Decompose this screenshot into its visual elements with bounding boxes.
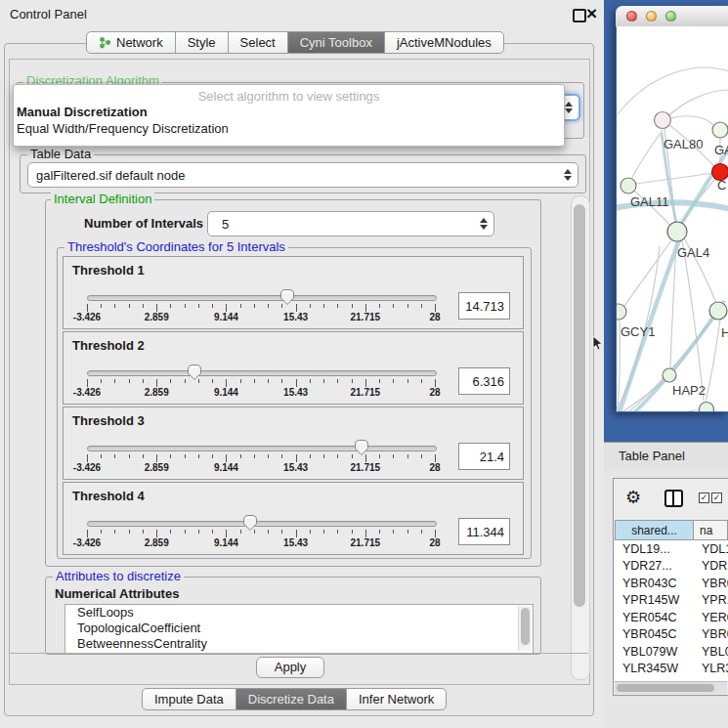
tick-mark <box>393 304 394 308</box>
cell-name[interactable]: YBL0 <box>694 645 728 659</box>
tab-network[interactable]: Network <box>86 31 176 54</box>
table-hscrollbar-thumb[interactable] <box>617 684 714 692</box>
slider-thumb[interactable] <box>242 514 258 532</box>
table-hscrollbar[interactable] <box>615 681 727 694</box>
tab-select[interactable]: Select <box>228 31 288 54</box>
cell-shared-name[interactable]: YBL079W <box>615 645 694 659</box>
network-edge[interactable] <box>670 116 713 125</box>
slider-thumb[interactable] <box>354 439 369 456</box>
numerical-attributes-list[interactable]: SelfLoopsTopologicalCoefficientBetweenne… <box>64 604 534 654</box>
tab-jactivemnodules[interactable]: jActiveMNodules <box>384 31 504 54</box>
scale-label: 9.144 <box>214 537 238 548</box>
split-column-icon[interactable] <box>664 490 683 507</box>
table-data-selected: galFiltered.sif default node <box>28 168 564 183</box>
list-scrollbar-thumb[interactable] <box>521 608 530 645</box>
panel-scrollbar[interactable] <box>571 195 590 680</box>
cell-shared-name[interactable]: YDL19... <box>615 542 694 556</box>
threshold-slider[interactable] <box>87 295 437 301</box>
column-header-shared-name[interactable]: shared... <box>615 520 694 540</box>
tick-mark <box>268 454 269 458</box>
table-row[interactable]: YDL19...YDL1 <box>615 540 728 558</box>
tab-cyni-toolbox[interactable]: Cyni Toolbox <box>287 31 385 54</box>
minimize-button[interactable] <box>646 11 657 21</box>
tick-mark <box>226 454 227 462</box>
cell-shared-name[interactable]: YLR345W <box>615 662 694 675</box>
threshold-value-field[interactable]: 11.344 <box>458 518 510 545</box>
table-row[interactable]: YLR345WYLR3 <box>615 661 728 678</box>
checkbox-checked-icon[interactable]: ✓ <box>699 492 709 503</box>
list-scrollbar[interactable] <box>518 606 532 651</box>
table-row[interactable]: YBR043CYBR0 <box>615 575 728 592</box>
table-row[interactable]: YER054CYER0 <box>615 609 728 626</box>
tick-mark <box>143 530 144 534</box>
num-intervals-combo[interactable]: 5 <box>207 211 494 236</box>
scale-label: 2.859 <box>145 462 169 473</box>
network-node[interactable] <box>663 368 676 382</box>
apply-button[interactable]: Apply <box>256 657 324 678</box>
attribute-list-item[interactable]: SelfLoops <box>65 605 533 621</box>
float-window-icon[interactable] <box>573 9 586 22</box>
table-row[interactable]: YBR045CYBR0 <box>615 626 728 644</box>
gear-icon[interactable]: ⚙ <box>625 488 641 507</box>
tick-mark <box>435 454 436 462</box>
network-edge[interactable] <box>636 173 712 184</box>
network-edge[interactable] <box>618 67 728 114</box>
column-header-name[interactable]: na <box>693 520 728 540</box>
cell-shared-name[interactable]: YER054C <box>615 611 694 624</box>
panel-scrollbar-thumb[interactable] <box>574 204 585 607</box>
algorithm-option[interactable]: Equal Width/Frequency Discretization <box>14 120 564 137</box>
threshold-slider[interactable] <box>87 521 437 527</box>
table-row[interactable]: YDR27...YDR2 <box>615 558 728 576</box>
cell-shared-name[interactable]: YBR045C <box>615 627 694 641</box>
cell-shared-name[interactable]: YBR043C <box>615 577 694 590</box>
network-node[interactable] <box>712 122 728 138</box>
network-node[interactable] <box>655 112 671 129</box>
table-data-label: Table Data <box>27 148 94 161</box>
threshold-value-field[interactable]: 6.316 <box>458 367 510 395</box>
threshold-value-field[interactable]: 14.713 <box>458 292 510 320</box>
attribute-list-item[interactable]: BetweennessCentrality <box>65 636 533 652</box>
network-node[interactable] <box>709 302 727 320</box>
cell-name[interactable]: YDR2 <box>694 559 728 573</box>
cell-name[interactable]: YPR1 <box>694 593 728 607</box>
table-data-combo[interactable]: galFiltered.sif default node <box>27 162 578 188</box>
network-edge[interactable] <box>630 130 663 182</box>
cell-name[interactable]: YLR3 <box>694 662 728 675</box>
threshold-slider[interactable] <box>87 370 437 376</box>
cell-name[interactable]: YDL1 <box>694 542 728 556</box>
cell-name[interactable]: YBR0 <box>694 627 728 641</box>
scale-label: 2.859 <box>145 537 169 548</box>
attribute-list-item[interactable]: TopologicalCoefficient <box>65 621 533 636</box>
threshold-slider[interactable] <box>87 446 437 451</box>
network-node[interactable] <box>667 222 687 241</box>
scale-label: -3.426 <box>73 387 101 398</box>
close-button[interactable] <box>626 11 637 21</box>
table-row[interactable]: YBL079WYBL0 <box>615 643 728 661</box>
tab-impute-data[interactable]: Impute Data <box>142 688 236 710</box>
network-canvas[interactable]: GAL80GACGAL11GAL4GCY1HHAP2 <box>617 26 728 411</box>
network-edge[interactable] <box>682 240 704 401</box>
network-node[interactable] <box>621 178 636 193</box>
network-view-window[interactable]: GAL80GACGAL11GAL4GCY1HHAP2 <box>616 6 728 412</box>
cell-name[interactable]: YBR0 <box>694 577 728 590</box>
tab-style[interactable]: Style <box>175 31 229 54</box>
threshold-value-field[interactable]: 21.4 <box>458 443 510 470</box>
network-edge[interactable] <box>668 90 728 116</box>
network-edge[interactable] <box>706 320 720 403</box>
network-window-titlebar[interactable] <box>616 6 728 27</box>
tab-infer-network[interactable]: Infer Network <box>346 688 447 710</box>
cell-name[interactable]: YER0 <box>694 611 728 624</box>
checkbox-checked-icon[interactable]: ✓ <box>711 492 722 503</box>
tab-discretize-data[interactable]: Discretize Data <box>236 688 347 710</box>
cell-shared-name[interactable]: YPR145W <box>615 593 694 607</box>
zoom-button[interactable] <box>665 11 676 21</box>
network-node[interactable] <box>617 304 626 320</box>
close-icon[interactable]: × <box>586 2 597 25</box>
table-row[interactable]: YPR145WYPR1 <box>615 592 728 610</box>
tick-mark <box>170 304 171 308</box>
network-node[interactable] <box>700 403 714 412</box>
algorithm-option[interactable]: Manual Discretization <box>14 104 564 120</box>
cell-shared-name[interactable]: YDR27... <box>615 559 694 573</box>
slider-thumb[interactable] <box>187 364 202 381</box>
tick-mark <box>407 454 408 458</box>
